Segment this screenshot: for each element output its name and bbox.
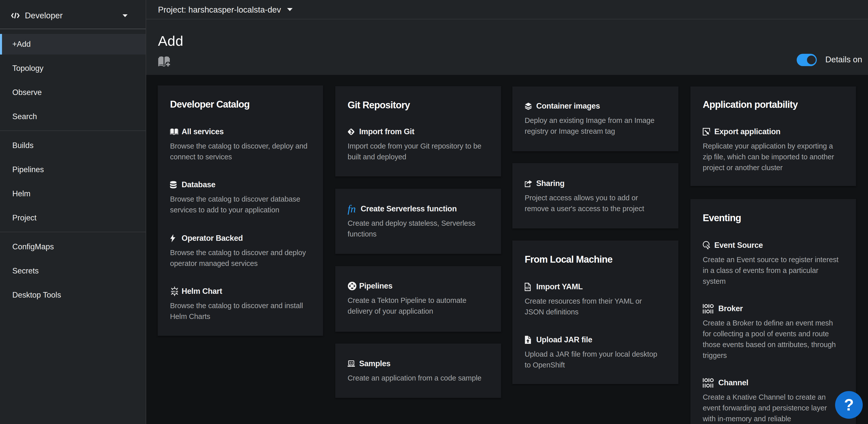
svg-text:HELM: HELM <box>171 290 178 293</box>
